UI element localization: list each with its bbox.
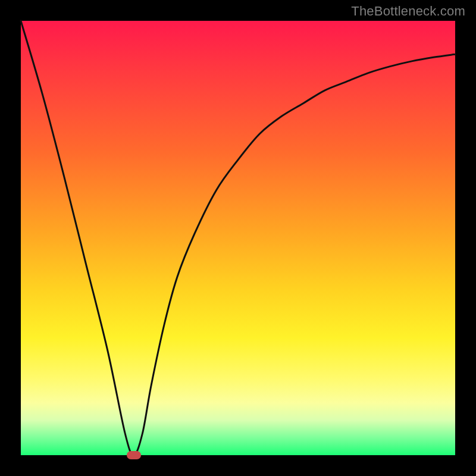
bottleneck-curve [21,21,455,455]
plot-area [21,21,455,455]
curve-svg [21,21,455,455]
minimum-marker [127,451,141,459]
watermark-text: TheBottleneck.com [351,4,465,19]
chart-frame: TheBottleneck.com [0,0,476,476]
